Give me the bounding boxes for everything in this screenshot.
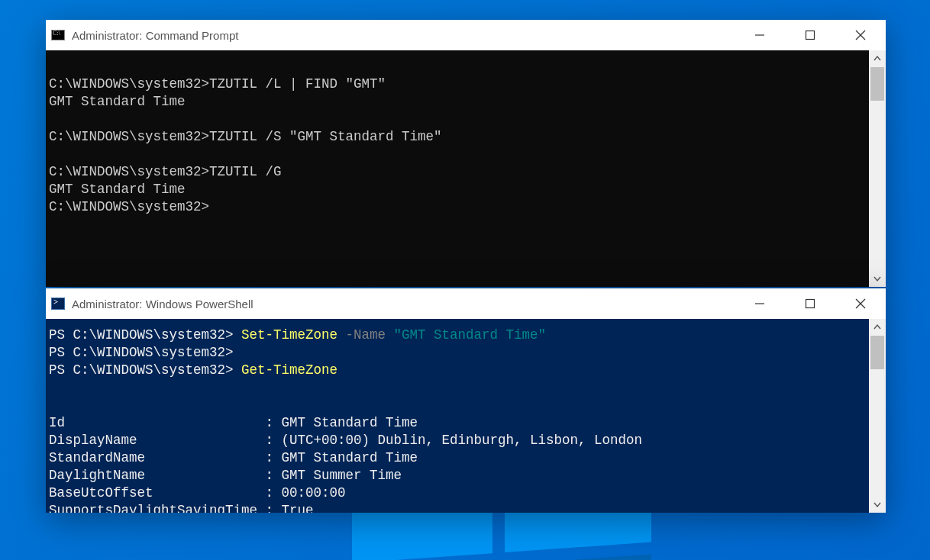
- ps-output: DaylightName : GMT Summer Time: [49, 468, 402, 483]
- cmd-command: TZUTIL /L | FIND "GMT": [209, 76, 386, 92]
- ps-param: -Name: [337, 327, 394, 343]
- maximize-button[interactable]: [785, 288, 835, 319]
- cmd-app-icon: [50, 28, 66, 42]
- minimize-button[interactable]: [735, 20, 785, 50]
- ps-output: BaseUtcOffset : 00:00:00: [49, 485, 346, 500]
- powershell-window: Administrator: Windows PowerShell PS C:\…: [46, 288, 886, 513]
- ps-titlebar[interactable]: Administrator: Windows PowerShell: [46, 288, 886, 319]
- scroll-down-icon[interactable]: [869, 270, 886, 287]
- close-button[interactable]: [835, 288, 886, 319]
- cmd-command: TZUTIL /S "GMT Standard Time": [209, 129, 442, 144]
- ps-output: Id : GMT Standard Time: [49, 415, 418, 430]
- cmd-prompt: C:\WINDOWS\system32>: [49, 76, 209, 92]
- cmd-scrollbar[interactable]: [869, 50, 886, 287]
- ps-scrollbar[interactable]: [869, 319, 886, 513]
- cmd-titlebar[interactable]: Administrator: Command Prompt: [46, 20, 886, 50]
- svg-rect-9: [806, 300, 815, 308]
- ps-cmdlet: Get-TimeZone: [241, 362, 337, 378]
- command-prompt-window: Administrator: Command Prompt C:\WINDOWS…: [46, 20, 886, 287]
- scroll-up-icon[interactable]: [869, 50, 886, 67]
- minimize-button[interactable]: [735, 288, 785, 319]
- cmd-output: GMT Standard Time: [49, 94, 186, 109]
- cmd-title: Administrator: Command Prompt: [72, 29, 238, 42]
- ps-output: DisplayName : (UTC+00:00) Dublin, Edinbu…: [49, 433, 642, 448]
- cmd-prompt: C:\WINDOWS\system32>: [49, 199, 209, 214]
- cmd-command: TZUTIL /G: [209, 164, 282, 179]
- scroll-up-icon[interactable]: [869, 319, 886, 336]
- ps-output: StandardName : GMT Standard Time: [49, 450, 418, 465]
- cmd-terminal-output[interactable]: C:\WINDOWS\system32>TZUTIL /L | FIND "GM…: [46, 50, 869, 287]
- ps-prompt: PS C:\WINDOWS\system32>: [49, 327, 241, 343]
- maximize-button[interactable]: [785, 20, 835, 50]
- powershell-app-icon: [50, 297, 66, 311]
- svg-rect-3: [505, 555, 651, 560]
- ps-output: SupportsDaylightSavingTime : True: [49, 503, 314, 513]
- scroll-track[interactable]: [869, 336, 886, 496]
- cmd-output: GMT Standard Time: [49, 182, 186, 197]
- ps-prompt: PS C:\WINDOWS\system32>: [49, 345, 234, 360]
- ps-arg: "GMT Standard Time": [394, 327, 547, 343]
- close-button[interactable]: [835, 20, 886, 50]
- cmd-prompt: C:\WINDOWS\system32>: [49, 164, 209, 179]
- svg-rect-5: [806, 31, 815, 40]
- scroll-thumb[interactable]: [870, 336, 884, 369]
- cmd-prompt: C:\WINDOWS\system32>: [49, 129, 209, 144]
- scroll-track[interactable]: [869, 67, 886, 270]
- ps-terminal-output[interactable]: PS C:\WINDOWS\system32> Set-TimeZone -Na…: [46, 319, 869, 513]
- ps-title: Administrator: Windows PowerShell: [72, 298, 253, 311]
- ps-cmdlet: Set-TimeZone: [241, 327, 337, 343]
- ps-prompt: PS C:\WINDOWS\system32>: [49, 362, 241, 378]
- scroll-down-icon[interactable]: [869, 496, 886, 513]
- scroll-thumb[interactable]: [870, 67, 884, 101]
